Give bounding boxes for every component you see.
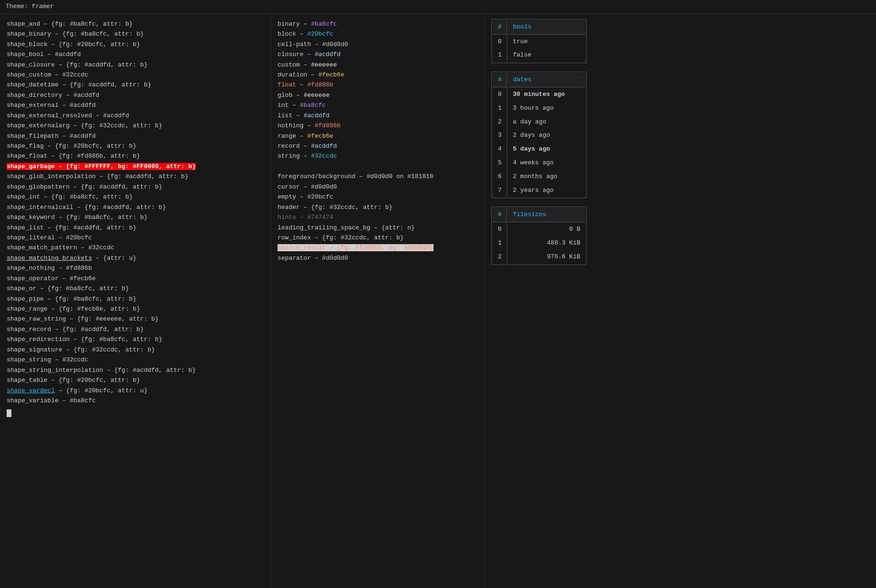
list-item: shape_flag – {fg: #20bcfc, attr: b}	[7, 141, 264, 151]
list-item: shape_int – {fg: #ba8cfc, attr: b}	[7, 192, 264, 202]
list-item: closure – #acddfd	[278, 49, 478, 59]
table-row: 030 minutes ago	[493, 88, 585, 101]
list-item: shape_and – {fg: #ba8cfc, attr: b}	[7, 19, 264, 29]
table-row: 45 days ago	[493, 143, 585, 156]
list-item: shape_keyword – {fg: #ba8cfc, attr: b}	[7, 212, 264, 222]
list-item: shape_variable – #ba8cfc	[7, 396, 264, 406]
list-item: glob – #eeeeee	[278, 90, 478, 100]
list-item: shape_bool – #acddfd	[7, 49, 264, 59]
table-header-index: #	[493, 73, 507, 87]
list-item: range – #fecb6e	[278, 131, 478, 141]
theme-label: Theme: framer	[6, 3, 54, 10]
list-item: record – #acddfd	[278, 141, 478, 151]
list-item: shape_binary – {fg: #ba8cfc, attr: b}	[7, 29, 264, 39]
mid-column: binary – #ba8cfcblock – #20bcfccell-path…	[271, 14, 485, 588]
list-item: leading_trailing_space_bg – {attr: n}	[278, 223, 478, 233]
main-container: shape_and – {fg: #ba8cfc, attr: b}shape_…	[0, 14, 876, 588]
theme-bar: Theme: framer	[0, 0, 876, 14]
list-item: nothing – #fd886b	[278, 121, 478, 131]
list-item: shape_record – {fg: #acddfd, attr: b}	[7, 324, 264, 334]
list-item: shape_garbage – {fg: #FFFFFF, bg: #FF000…	[7, 161, 264, 171]
table-header-index: #	[493, 208, 507, 222]
panel-table: #bools0true1false	[491, 19, 587, 63]
list-item: shape_table – {fg: #20bcfc, attr: b}	[7, 375, 264, 385]
list-item: block – #20bcfc	[278, 29, 478, 39]
table-row: 32 days ago	[493, 129, 585, 142]
list-item: shape_globpattern – {fg: #acddfd, attr: …	[7, 182, 264, 192]
list-item: shape_matching_brackets – {attr: u}	[7, 253, 264, 263]
list-item: shape_string – #32ccdc	[7, 355, 264, 365]
table-header-col: filesizes	[508, 208, 585, 222]
list-item: row_index – {fg: #32ccdc, attr: b}	[278, 233, 478, 243]
list-item: binary – #ba8cfc	[278, 19, 478, 29]
table-row: 72 years ago	[493, 184, 585, 197]
list-item: shape_datetime – {fg: #acddfd, attr: b}	[7, 80, 264, 90]
list-item: string – #32ccdc	[278, 151, 478, 161]
table-row: 0true	[493, 36, 585, 48]
list-item: shape_float – {fg: #fd886b, attr: b}	[7, 151, 264, 161]
table-row: 54 weeks ago	[493, 157, 585, 170]
table-row: 1488.3 KiB	[493, 237, 585, 250]
table-row: 2a day ago	[493, 116, 585, 129]
list-item: shape_redirection – {fg: #ba8cfc, attr: …	[7, 334, 264, 344]
list-item: shape_external_resolved – #acddfd	[7, 111, 264, 121]
list-item: shape_list – {fg: #acddfd, attr: b}	[7, 223, 264, 233]
list-item: empty – #20bcfc	[278, 192, 478, 202]
table-row: 00 B	[493, 223, 585, 236]
list-item: shape_operator – #fecb6e	[7, 274, 264, 284]
list-item: shape_external – #acddfd	[7, 100, 264, 110]
list-item: shape_externalarg – {fg: #32ccdc, attr: …	[7, 121, 264, 131]
panel-table: #filesizes00 B1488.3 KiB2976.6 KiB	[491, 207, 587, 265]
list-item: foreground/background – #d0d0d0 on #1818…	[278, 171, 478, 181]
table-header-col: dates	[508, 73, 585, 87]
list-item: int – #ba8cfc	[278, 100, 478, 110]
list-item: duration – #fecb6e	[278, 70, 478, 80]
table-row: 1false	[493, 49, 585, 62]
list-item: cursor – #d0d0d0	[278, 182, 478, 192]
right-column: #bools0true1false#dates030 minutes ago13…	[485, 14, 876, 588]
table-header-col: bools	[508, 20, 585, 35]
list-item: shape_match_pattern – #32ccdc	[7, 243, 264, 253]
list-item: shape_raw_string – {fg: #eeeeee, attr: b…	[7, 314, 264, 324]
list-item: cell-path – #d0d0d0	[278, 39, 478, 49]
list-item: shape_vardecl – {fg: #20bcfc, attr: u}	[7, 386, 264, 396]
panel-table: #dates030 minutes ago13 hours ago2a day …	[491, 72, 587, 198]
list-item: shape_string_interpolation – {fg: #acddf…	[7, 365, 264, 375]
list-item: shape_pipe – {fg: #ba8cfc, attr: b}	[7, 294, 264, 304]
list-item: shape_signature – {fg: #32ccdc, attr: b}	[7, 345, 264, 355]
list-item: search_result – {fg: #fd886b, bg: #d0d0d…	[278, 243, 478, 253]
left-column: shape_and – {fg: #ba8cfc, attr: b}shape_…	[0, 14, 271, 588]
list-item: hints – #747474	[278, 212, 478, 222]
list-item: shape_filepath – #acddfd	[7, 131, 264, 141]
list-item: shape_directory – #acddfd	[7, 90, 264, 100]
list-item: shape_range – {fg: #fecb6e, attr: b}	[7, 304, 264, 314]
list-item: shape_or – {fg: #ba8cfc, attr: b}	[7, 284, 264, 294]
table-row: 2976.6 KiB	[493, 251, 585, 264]
list-item: shape_custom – #32ccdc	[7, 70, 264, 80]
list-item: header – {fg: #32ccdc, attr: b}	[278, 202, 478, 212]
table-header-index: #	[493, 20, 507, 35]
list-item: list – #acddfd	[278, 111, 478, 121]
terminal-cursor	[7, 409, 11, 417]
list-item: float – #fd886b	[278, 80, 478, 90]
table-row: 62 months ago	[493, 171, 585, 183]
list-item: shape_nothing – #fd886b	[7, 263, 264, 273]
list-item: shape_glob_interpolation – {fg: #acddfd,…	[7, 171, 264, 181]
list-item: shape_block – {fg: #20bcfc, attr: b}	[7, 39, 264, 49]
table-row: 13 hours ago	[493, 102, 585, 115]
list-item: shape_internalcall – {fg: #acddfd, attr:…	[7, 202, 264, 212]
list-item: custom – #eeeeee	[278, 60, 478, 70]
list-item: separator – #d0d0d0	[278, 253, 478, 263]
list-item: shape_closure – {fg: #acddfd, attr: b}	[7, 60, 264, 70]
list-item: shape_literal – #20bcfc	[7, 233, 264, 243]
